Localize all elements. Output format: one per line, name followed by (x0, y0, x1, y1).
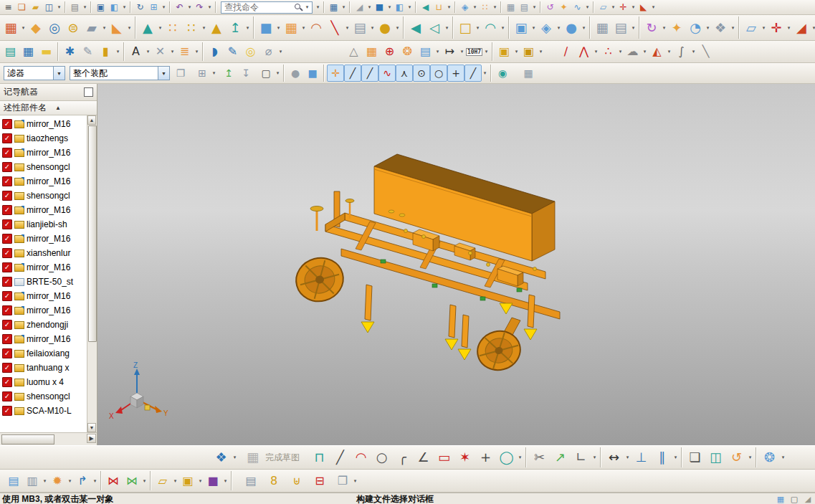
dropdown-arrow-icon[interactable]: ▾ (115, 41, 121, 62)
dropdown-arrow-icon[interactable]: ▾ (275, 63, 281, 83)
pattern-face-icon[interactable]: ∷ (182, 17, 201, 38)
gears-icon[interactable]: ❂ (399, 42, 416, 61)
dropdown-arrow-icon[interactable]: ▾ (705, 15, 711, 40)
tree-item[interactable]: ✓mirror_M16 (0, 117, 87, 131)
component-checkbox[interactable]: ✓ (2, 234, 12, 244)
dropdown-arrow-icon[interactable]: ▾ (556, 15, 562, 40)
point-on-curve-icon[interactable]: ∿ (378, 65, 396, 82)
3d-viewport[interactable]: Z X Y (97, 84, 815, 445)
dropdown-arrow-icon[interactable]: ▾ (304, 2, 310, 13)
fit-view-icon[interactable]: ⊞ (147, 1, 161, 14)
component-checkbox[interactable]: ✓ (2, 334, 12, 344)
coin-stack-icon[interactable]: ⊜ (64, 17, 82, 38)
arc-icon[interactable]: ◠ (351, 447, 371, 468)
dropdown-arrow-icon[interactable]: ▾ (194, 41, 200, 62)
end-point-icon[interactable]: ╱ (344, 65, 361, 82)
note-icon[interactable]: ▬ (37, 42, 55, 61)
journal-icon[interactable]: ✱ (61, 42, 79, 61)
dropdown-arrow-icon[interactable]: ▾ (690, 41, 697, 62)
dropdown-arrow-icon[interactable]: ▾ (275, 15, 282, 40)
dropdown-arrow-icon[interactable]: ▾ (157, 15, 163, 40)
scrollbar-thumb[interactable] (88, 125, 97, 342)
block-feature-icon[interactable]: ■ (257, 17, 275, 38)
dropdown-arrow-icon[interactable]: ▾ (780, 446, 786, 469)
green-bowtie-icon[interactable]: ⋈ (123, 471, 141, 490)
tree-item[interactable]: ✓xianshenlur (0, 246, 87, 260)
dropdown-arrow-icon[interactable]: ▾ (610, 0, 616, 14)
dropdown-arrow-icon[interactable]: ▾ (344, 15, 351, 40)
unite-body-icon[interactable]: ▣ (512, 17, 530, 38)
dropdown-arrow-icon[interactable]: ▾ (121, 0, 128, 14)
dropdown-arrow-icon[interactable]: ▾ (101, 15, 108, 40)
tree-item[interactable]: ✓lianjiebi-sh (0, 217, 87, 232)
polyline-icon[interactable]: ⋀ (575, 42, 593, 61)
dropdown-arrow-icon[interactable]: ▾ (434, 41, 441, 62)
finish-flag-icon[interactable]: ▦ (242, 447, 263, 468)
component-checkbox[interactable]: ✓ (2, 162, 12, 172)
make-corner-icon[interactable]: ∟ (571, 447, 591, 468)
tree-item[interactable]: ✓BRTE-50_st (0, 275, 87, 289)
disc-icon[interactable]: ● (376, 17, 394, 38)
menu-icon[interactable]: ≡ (1, 1, 15, 14)
part-name[interactable]: tiaozhengs (27, 133, 68, 143)
direct-sketch-icon[interactable]: ▦ (1, 17, 20, 38)
dropdown-arrow-icon[interactable]: ▾ (169, 41, 176, 62)
component-checkbox[interactable]: ✓ (2, 348, 12, 358)
dropdown-arrow-icon[interactable]: ▾ (492, 0, 498, 14)
section-icon[interactable]: ⊟ (310, 471, 329, 490)
selection-filter-combo[interactable]: 滤器 ▼ (4, 66, 65, 80)
dropdown-arrow-icon[interactable]: ▾ (513, 41, 520, 62)
dropdown-arrow-icon[interactable]: ▾ (666, 41, 672, 62)
dropdown-arrow-icon[interactable]: ▾ (624, 446, 631, 469)
gray-sphere-icon[interactable]: ● (287, 65, 304, 82)
tree-item[interactable]: ✓mirror_M16 (0, 174, 87, 189)
dropdown-arrow-icon[interactable]: ▾ (761, 15, 767, 40)
tree-item[interactable]: ✓SCA-M10-L (0, 404, 87, 418)
swept-icon[interactable]: ↻ (642, 17, 661, 38)
tube-icon[interactable]: ◠ (307, 17, 325, 38)
tree-item[interactable]: ✓tiaozhengs (0, 131, 87, 146)
tree-item[interactable]: ✓mirror_M16 (0, 332, 87, 346)
marquee-select-icon[interactable]: ▢ (257, 65, 275, 82)
annotation-icon[interactable]: A (127, 42, 145, 61)
tree-item[interactable]: ✓mirror_M16 (0, 146, 87, 160)
part-name[interactable]: mirror_M16 (27, 262, 70, 272)
line-icon[interactable]: ╱ (330, 447, 351, 468)
quick-trim-icon[interactable]: ✂ (529, 447, 550, 468)
sheets-icon[interactable]: ▤ (351, 17, 369, 38)
scroll-down-icon[interactable]: ▼ (87, 423, 96, 432)
dropdown-arrow-icon[interactable]: ▾ (340, 0, 347, 14)
mirror-curve-icon[interactable]: ◫ (705, 447, 726, 468)
patch-icon[interactable]: ◔ (686, 17, 705, 38)
tree-item[interactable]: ✓shensongcl (0, 160, 87, 174)
dropdown-arrow-icon[interactable]: ▾ (126, 15, 133, 40)
slash-icon[interactable]: ╲ (697, 42, 715, 61)
boss-icon[interactable]: ↥ (226, 17, 244, 38)
ellipse-icon[interactable]: ◯ (496, 447, 517, 468)
pyramid-icon[interactable]: ▲ (207, 17, 226, 38)
scrollbar-thumb[interactable] (1, 434, 54, 444)
no-show-icon[interactable]: ⌀ (259, 42, 277, 61)
mesh-icon[interactable]: ▤ (518, 1, 531, 14)
pattern-curve-icon[interactable]: ❏ (685, 447, 705, 468)
capsule-icon[interactable]: ◗ (206, 42, 224, 61)
dropdown-arrow-icon[interactable]: ▾ (661, 15, 667, 40)
geometric-constraints-icon[interactable]: ⊥ (631, 447, 652, 468)
dropdown-arrow-icon[interactable]: ▾ (277, 41, 284, 62)
part-name[interactable]: mirror_M16 (27, 176, 70, 186)
dropdown-arrow-icon[interactable]: ▾ (56, 0, 62, 14)
part-name[interactable]: mirror_M16 (27, 205, 70, 215)
plane-icon[interactable]: ▰ (82, 17, 101, 38)
sort-arrow-icon[interactable]: ▲ (55, 105, 61, 111)
dropdown-arrow-icon[interactable]: ▾ (538, 41, 544, 62)
scroll-up-icon[interactable]: ▲ (87, 115, 96, 125)
dropdown-arrow-icon[interactable]: ▾ (591, 446, 598, 469)
component-checkbox[interactable]: ✓ (2, 191, 12, 201)
dropdown-arrow-icon[interactable]: ▾ (394, 15, 401, 40)
dropdown-arrow-icon[interactable]: ▾ (530, 15, 537, 40)
dropdown-arrow-icon[interactable]: ▾ (201, 15, 207, 40)
dropdown-arrow-icon[interactable]: ▾ (369, 15, 376, 40)
offset-face-icon[interactable]: ◁ (425, 17, 444, 38)
mesh-surface-icon[interactable]: ▦ (593, 17, 611, 38)
gold-cubes-icon[interactable]: ▣ (495, 42, 513, 61)
